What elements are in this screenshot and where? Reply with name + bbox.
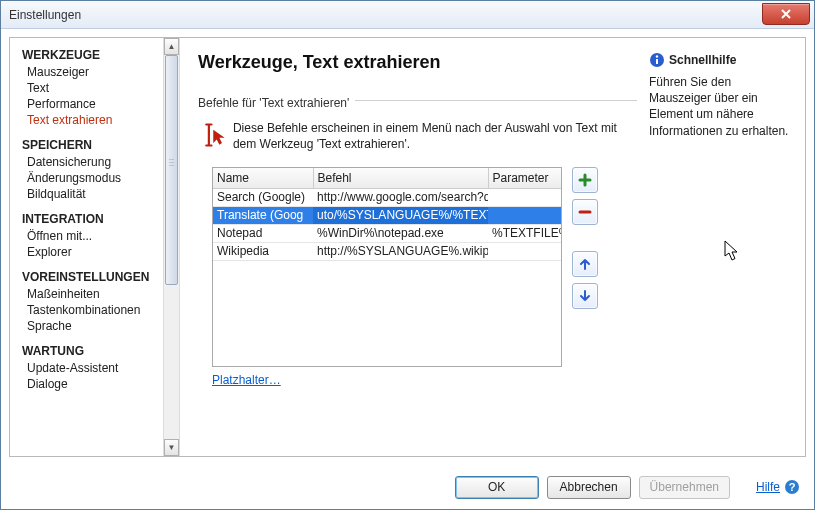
cell-befehl[interactable]: uto/%SYSLANGUAGE%/%TEXT% xyxy=(313,206,488,224)
scroll-up-button[interactable]: ▲ xyxy=(164,38,179,55)
cell-befehl[interactable]: http://%SYSLANGUAGE%.wikipec xyxy=(313,242,488,260)
sidebar-group-header: SPEICHERN xyxy=(22,138,163,152)
commands-table[interactable]: Name Befehl Parameter Search (Google)htt… xyxy=(212,167,562,367)
cell-name[interactable]: Notepad xyxy=(213,224,313,242)
sidebar-item[interactable]: Datensicherung xyxy=(22,154,163,170)
apply-button: Übernehmen xyxy=(639,476,730,499)
svg-rect-1 xyxy=(656,59,658,64)
help-icon: ? xyxy=(784,479,800,495)
titlebar: Einstellungen xyxy=(1,1,814,29)
sidebar-item[interactable]: Text extrahieren xyxy=(22,112,163,128)
sidebar-scrollbar[interactable]: ▲ ▼ xyxy=(163,38,180,456)
sidebar-group-header: INTEGRATION xyxy=(22,212,163,226)
ok-button[interactable]: OK xyxy=(455,476,539,499)
fieldset-header: Befehle für 'Text extrahieren' xyxy=(198,93,637,111)
scroll-thumb[interactable] xyxy=(165,55,178,285)
sidebar-item[interactable]: Sprache xyxy=(22,318,163,334)
sidebar-item[interactable]: Text xyxy=(22,80,163,96)
sidebar-item[interactable]: Performance xyxy=(22,96,163,112)
arrow-up-icon xyxy=(578,257,592,271)
window-title: Einstellungen xyxy=(9,8,81,22)
table-row[interactable]: Notepad%WinDir%\notepad.exe%TEXTFILE% xyxy=(213,224,562,242)
cell-parameter[interactable] xyxy=(488,242,562,260)
sidebar-item[interactable]: Bildqualität xyxy=(22,186,163,202)
move-up-button[interactable] xyxy=(572,251,598,277)
cell-parameter[interactable] xyxy=(488,206,562,224)
cell-parameter[interactable] xyxy=(488,188,562,206)
table-row[interactable]: Translate (Googuto/%SYSLANGUAGE%/%TEXT% xyxy=(213,206,562,224)
cell-befehl[interactable]: %WinDir%\notepad.exe xyxy=(313,224,488,242)
quickhelp-text: Führen Sie den Mauszeiger über ein Eleme… xyxy=(649,74,793,139)
cell-name[interactable]: Translate (Goog xyxy=(213,206,313,224)
add-button[interactable] xyxy=(572,167,598,193)
move-down-button[interactable] xyxy=(572,283,598,309)
cancel-button[interactable]: Abbrechen xyxy=(547,476,631,499)
table-row[interactable]: Wikipediahttp://%SYSLANGUAGE%.wikipec xyxy=(213,242,562,260)
col-name[interactable]: Name xyxy=(213,168,313,188)
arrow-down-icon xyxy=(578,289,592,303)
cell-befehl[interactable]: http://www.google.com/search?q xyxy=(313,188,488,206)
cell-parameter[interactable]: %TEXTFILE% xyxy=(488,224,562,242)
sidebar-group-header: WARTUNG xyxy=(22,344,163,358)
help-link-label: Hilfe xyxy=(756,480,780,494)
help-link[interactable]: Hilfe ? xyxy=(756,479,800,495)
sidebar-item[interactable]: Tastenkombinationen xyxy=(22,302,163,318)
minus-icon xyxy=(578,205,592,219)
scroll-down-button[interactable]: ▼ xyxy=(164,439,179,456)
dialog-footer: OK Abbrechen Übernehmen Hilfe ? xyxy=(1,465,814,509)
sidebar-item[interactable]: Maßeinheiten xyxy=(22,286,163,302)
plus-icon xyxy=(578,173,592,187)
placeholder-link[interactable]: Platzhalter… xyxy=(212,373,637,387)
sidebar-item[interactable]: Update-Assistent xyxy=(22,360,163,376)
sidebar-group-header: WERKZEUGE xyxy=(22,48,163,62)
remove-button[interactable] xyxy=(572,199,598,225)
cell-name[interactable]: Search (Google) xyxy=(213,188,313,206)
svg-text:?: ? xyxy=(789,481,796,493)
col-befehl[interactable]: Befehl xyxy=(313,168,488,188)
sidebar: WERKZEUGEMauszeigerTextPerformanceText e… xyxy=(10,38,163,456)
text-extract-icon xyxy=(201,121,229,153)
sidebar-group-header: VOREINSTELLUNGEN xyxy=(22,270,163,284)
cell-name[interactable]: Wikipedia xyxy=(213,242,313,260)
page-title: Werkzeuge, Text extrahieren xyxy=(198,52,637,73)
description-text: Diese Befehle erscheinen in einem Menü n… xyxy=(233,121,637,153)
close-icon xyxy=(780,8,792,20)
sidebar-item[interactable]: Änderungsmodus xyxy=(22,170,163,186)
svg-point-2 xyxy=(656,55,658,57)
quickhelp-title: Schnellhilfe xyxy=(669,53,736,67)
sidebar-item[interactable]: Dialoge xyxy=(22,376,163,392)
sidebar-item[interactable]: Öffnen mit... xyxy=(22,228,163,244)
col-parameter[interactable]: Parameter xyxy=(488,168,562,188)
table-row[interactable]: Search (Google)http://www.google.com/sea… xyxy=(213,188,562,206)
sidebar-item[interactable]: Explorer xyxy=(22,244,163,260)
info-icon xyxy=(649,52,665,68)
scroll-track[interactable] xyxy=(164,55,179,439)
quickhelp-panel: Schnellhilfe Führen Sie den Mauszeiger ü… xyxy=(649,52,793,446)
fieldset-label: Befehle für 'Text extrahieren' xyxy=(198,96,355,110)
sidebar-item[interactable]: Mauszeiger xyxy=(22,64,163,80)
close-button[interactable] xyxy=(762,3,810,25)
